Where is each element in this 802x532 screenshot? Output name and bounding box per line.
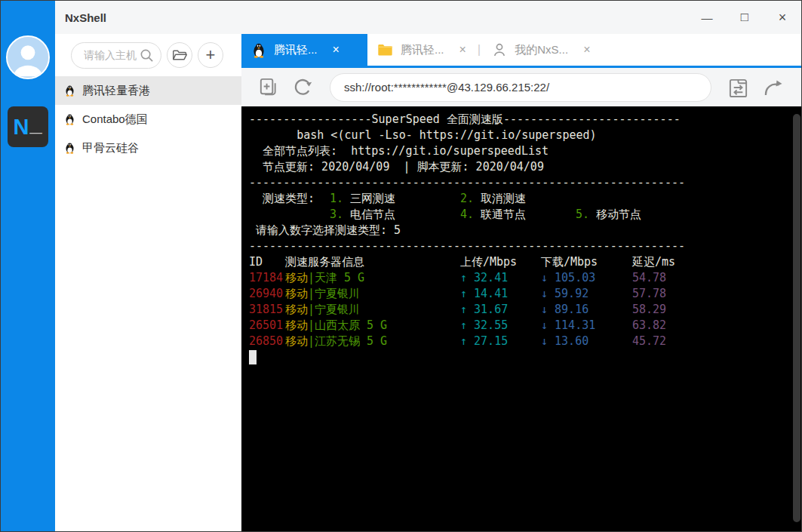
speedtest-row: 26850移动|江苏无锡 5 G↑ 27.15↓ 13.6045.72 <box>249 334 791 349</box>
titlebar: NxShell — □ × <box>55 1 801 34</box>
tab-separator: | <box>476 42 482 57</box>
terminal[interactable]: ------------------SuperSpeed 全面测速版------… <box>241 106 801 531</box>
tab-label: 腾讯轻... <box>274 43 318 57</box>
host-item-tencent-hk[interactable]: 腾讯轻量香港 <box>55 76 241 105</box>
terminal-output: ------------------SuperSpeed 全面测速版------… <box>249 112 791 365</box>
file-transfer-button[interactable] <box>724 77 753 98</box>
url-input[interactable] <box>343 80 699 94</box>
sidebar-rail: N_ <box>1 1 55 531</box>
minimize-button[interactable]: — <box>688 1 726 34</box>
tab-strip: 腾讯轻... × 腾讯轻... × | <box>241 34 801 68</box>
user-icon <box>492 42 507 57</box>
logo-underscore: _ <box>29 112 42 137</box>
host-label: 甲骨云硅谷 <box>82 141 139 155</box>
search-input[interactable] <box>82 48 144 62</box>
address-bar <box>241 68 801 106</box>
tab-label: 我的NxS... <box>515 43 568 57</box>
logo-n: N <box>13 115 29 140</box>
person-icon <box>8 37 48 78</box>
folder-icon <box>377 43 393 57</box>
folder-open-icon <box>172 48 188 62</box>
search-input-wrap <box>71 42 161 69</box>
tab-close-icon[interactable]: × <box>459 43 466 57</box>
speedtest-row: 17184移动|天津 5 G↑ 32.41↓ 105.0354.78 <box>249 270 791 286</box>
speedtest-row: 31815移动|宁夏银川↑ 31.67↓ 89.1658.29 <box>249 302 791 318</box>
nxshell-window: N_ NxShell — □ × <box>0 0 802 532</box>
tab-close-icon[interactable]: × <box>583 43 590 57</box>
host-toolbar: + <box>55 34 241 76</box>
reload-icon <box>291 76 314 99</box>
host-label: Contabo德国 <box>82 112 148 127</box>
tab-label: 腾讯轻... <box>401 43 444 57</box>
tab-sftp-tencent[interactable]: 腾讯轻... × <box>367 34 476 66</box>
tab-close-icon[interactable]: × <box>333 43 340 57</box>
host-panel: + 腾讯轻量香港 <box>55 34 241 531</box>
host-list: 腾讯轻量香港 Contabo德国 <box>55 76 241 531</box>
tux-icon <box>64 113 75 125</box>
host-item-oracle-sv[interactable]: 甲骨云硅谷 <box>55 134 241 162</box>
user-avatar[interactable] <box>6 35 50 79</box>
plus-icon: + <box>206 47 216 63</box>
speedtest-row: 26501移动|山西太原 5 G↑ 32.55↓ 114.3163.82 <box>249 318 791 334</box>
host-label: 腾讯轻量香港 <box>82 84 150 98</box>
url-field-wrap <box>330 73 711 102</box>
terminal-cursor <box>249 350 257 364</box>
nxshell-logo[interactable]: N_ <box>8 106 48 147</box>
tab-session-tencent[interactable]: 腾讯轻... × <box>241 34 367 66</box>
new-page-icon <box>257 76 279 98</box>
redo-arrow-icon <box>761 77 784 97</box>
new-session-button[interactable] <box>254 76 283 98</box>
speedtest-row: 26940移动|宁夏银川↑ 14.41↓ 59.9257.78 <box>249 286 791 302</box>
tux-icon <box>64 85 75 97</box>
add-host-button[interactable]: + <box>198 42 223 68</box>
search-icon <box>140 48 154 63</box>
window-controls: — □ × <box>688 1 801 34</box>
close-button[interactable]: × <box>764 1 801 34</box>
tux-icon <box>251 42 266 58</box>
tux-icon <box>64 142 75 154</box>
reload-button[interactable] <box>287 76 318 99</box>
open-folder-button[interactable] <box>167 42 192 68</box>
file-transfer-icon <box>727 77 749 98</box>
host-item-contabo-de[interactable]: Contabo德国 <box>55 105 241 134</box>
maximize-button[interactable]: □ <box>726 1 764 34</box>
terminal-scrollbar-thumb[interactable] <box>793 114 800 522</box>
tab-my-nxshell[interactable]: 我的NxS... × <box>482 34 600 66</box>
forward-button[interactable] <box>757 77 788 97</box>
app-title: NxShell <box>65 11 106 24</box>
